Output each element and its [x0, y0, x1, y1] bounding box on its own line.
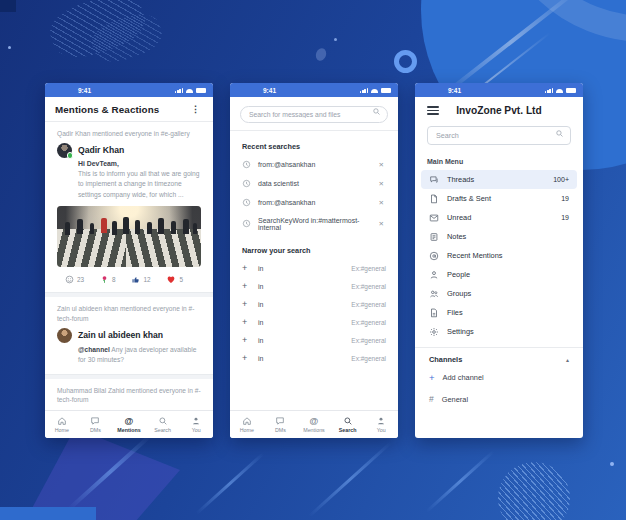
modifier-hint: Ex:#general	[351, 283, 386, 290]
bg-hatch-patch-2	[88, 8, 167, 68]
menu-item-notes[interactable]: Notes	[421, 227, 577, 246]
search-bar	[415, 122, 583, 151]
main-menu: Main Menu Threads 100+ Drafts & Sent 19 …	[415, 151, 583, 438]
nav-mentions[interactable]: @ Mentions	[112, 411, 146, 438]
clock-icon	[242, 160, 251, 169]
search-modifier-row[interactable]: + in Ex:#general	[230, 259, 398, 277]
bg-square-bottom-left	[0, 507, 96, 520]
screen-header: InvoZone Pvt. Ltd	[415, 97, 583, 122]
collapse-caret-icon[interactable]: ▴	[566, 356, 569, 363]
menu-item-recent-mentions[interactable]: Recent Mentions	[421, 246, 577, 265]
search-input[interactable]	[427, 126, 571, 145]
main-menu-label: Main Menu	[427, 158, 571, 165]
home-icon	[57, 416, 67, 426]
post-image-crosswalk[interactable]	[57, 206, 201, 267]
nav-you[interactable]: You	[364, 411, 398, 438]
status-time: 9:41	[78, 87, 91, 94]
post-body: @channel Any java developer available fo…	[78, 345, 201, 366]
plus-icon: +	[242, 264, 252, 273]
at-icon: @	[125, 417, 134, 426]
search-modifier-row[interactable]: + in Ex:#general	[230, 331, 398, 349]
modifier-hint: Ex:#general	[351, 301, 386, 308]
recent-search-row[interactable]: data scientist ✕	[230, 174, 398, 193]
recent-search-row[interactable]: from:@ahsankhan ✕	[230, 155, 398, 174]
menu-item-groups[interactable]: Groups	[421, 284, 577, 303]
nav-dms[interactable]: DMs	[264, 411, 298, 438]
overflow-menu-icon[interactable]: ⋮	[188, 104, 203, 115]
reaction-smiley[interactable]: 23	[65, 275, 84, 284]
notification-context: Muhammad Bilal Zahid mentioned everyone …	[57, 386, 201, 406]
wifi-icon	[186, 89, 193, 93]
nav-mentions[interactable]: @ Mentions	[297, 411, 331, 438]
search-icon	[158, 416, 168, 426]
chat-icon	[275, 416, 285, 426]
channel-item-general[interactable]: # General	[415, 389, 583, 410]
wifi-icon	[556, 89, 563, 93]
recent-search-row[interactable]: SearchKeyWord in:#mattermost-internal ✕	[230, 212, 398, 235]
workspace-title: InvoZone Pvt. Ltd	[439, 105, 571, 116]
hamburger-menu-icon[interactable]	[427, 106, 439, 115]
bg-bottom-streak-4	[426, 450, 495, 512]
plus-icon: +	[242, 300, 252, 309]
search-modifier-row[interactable]: + in Ex:#general	[230, 277, 398, 295]
notification-item[interactable]: Muhammad Bilal Zahid mentioned everyone …	[45, 379, 213, 410]
close-icon[interactable]: ✕	[377, 219, 386, 229]
status-icons	[175, 88, 206, 93]
bg-square-top-left	[0, 0, 16, 12]
modifier-hint: Ex:#general	[351, 355, 386, 362]
modifier-hint: Ex:#general	[351, 337, 386, 344]
rose-emoji	[100, 275, 109, 284]
mentions-feed: Qadir Khan mentioned everyone in #e-gall…	[45, 122, 213, 410]
person-icon	[191, 416, 201, 426]
status-bar: 9:41	[45, 83, 213, 97]
menu-item-threads[interactable]: Threads 100+	[421, 170, 577, 189]
author-name: Zain ul abideen khan	[78, 330, 163, 340]
reaction-thumbs-up[interactable]: 12	[131, 275, 150, 284]
nav-dms[interactable]: DMs	[79, 411, 113, 438]
nav-search[interactable]: Search	[331, 411, 365, 438]
notification-item[interactable]: Zain ul abideen khan mentioned everyone …	[45, 297, 213, 374]
clock-icon	[242, 219, 251, 228]
search-modifier-row[interactable]: + in Ex:#general	[230, 349, 398, 367]
reaction-rose[interactable]: 8	[100, 275, 116, 284]
bg-blob	[314, 47, 328, 63]
menu-item-unread[interactable]: Unread 19	[421, 208, 577, 227]
person-icon	[429, 270, 439, 280]
close-icon[interactable]: ✕	[377, 160, 386, 170]
channel-mention: @channel	[78, 346, 110, 353]
search-panel: Recent searches from:@ahsankhan ✕ data s…	[230, 131, 398, 410]
bg-dot-2	[334, 38, 337, 41]
search-bar	[230, 97, 398, 131]
status-time: 9:41	[263, 87, 276, 94]
menu-item-people[interactable]: People	[421, 265, 577, 284]
plus-icon: +	[242, 318, 252, 327]
nav-home[interactable]: Home	[45, 411, 79, 438]
menu-item-settings[interactable]: Settings	[421, 322, 577, 341]
reaction-count: 8	[112, 276, 116, 283]
bg-hatch-circle-bottom-right	[498, 462, 570, 520]
nav-search[interactable]: Search	[146, 411, 180, 438]
chat-icon	[90, 416, 100, 426]
phone-menu-screen: 9:41 InvoZone Pvt. Ltd Main Menu Threads…	[415, 83, 583, 438]
search-input[interactable]	[240, 106, 388, 123]
author-name: Qadir Khan	[78, 145, 124, 155]
channels-section-header[interactable]: Channels ▴	[415, 348, 583, 367]
notification-item[interactable]: Qadir Khan mentioned everyone in #e-gall…	[45, 122, 213, 292]
wifi-icon	[371, 89, 378, 93]
search-modifier-row[interactable]: + in Ex:#general	[230, 295, 398, 313]
page-title: Mentions & Reactions	[55, 104, 159, 115]
nav-home[interactable]: Home	[230, 411, 264, 438]
file-icon	[429, 308, 439, 318]
nav-you[interactable]: You	[179, 411, 213, 438]
recent-search-row[interactable]: from:@ahsankhan ✕	[230, 193, 398, 212]
menu-item-files[interactable]: Files	[421, 303, 577, 322]
reaction-heart[interactable]: 5	[166, 275, 183, 284]
add-channel-button[interactable]: + Add channel	[415, 367, 583, 389]
close-icon[interactable]: ✕	[377, 179, 386, 189]
search-modifier-row[interactable]: + in Ex:#general	[230, 313, 398, 331]
menu-item-drafts[interactable]: Drafts & Sent 19	[421, 189, 577, 208]
threads-icon	[429, 175, 439, 185]
close-icon[interactable]: ✕	[377, 198, 386, 208]
battery-icon	[381, 88, 391, 93]
status-icons	[360, 88, 391, 93]
